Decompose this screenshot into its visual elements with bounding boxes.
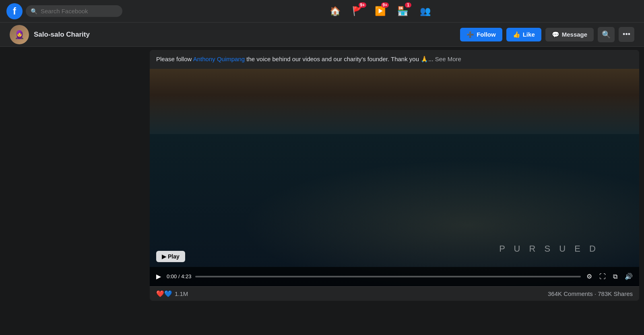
comments-count: 364K Comments xyxy=(548,290,593,297)
navbar: f 🔍 🏠 🚩 9+ ▶️ 9+ 🏪 1 👥 xyxy=(0,0,644,23)
post-link[interactable]: Anthony Quimpang xyxy=(193,56,245,62)
search-icon: 🔍 xyxy=(602,30,611,39)
pip-button[interactable]: ⧉ xyxy=(611,271,619,282)
follow-button[interactable]: ➕ Follow xyxy=(460,28,502,41)
time-display: 0:00 / 4:23 xyxy=(167,273,191,279)
people-icon: 👥 xyxy=(420,6,431,17)
progress-bar[interactable] xyxy=(195,276,581,277)
play-pause-icon: ▶ xyxy=(156,273,161,280)
search-input[interactable] xyxy=(41,8,118,14)
reaction-stats: 364K Comments · 783K Shares xyxy=(548,290,633,297)
thumbs-up-icon: 👍 xyxy=(513,31,520,38)
video-nav-button[interactable]: ▶️ 9+ xyxy=(370,2,390,21)
reaction-number: 1.1M xyxy=(175,290,188,297)
search-bar[interactable]: 🔍 xyxy=(26,5,122,17)
page-name: Salo-salo Charity xyxy=(34,31,90,39)
people-nav-button[interactable]: 👥 xyxy=(415,2,435,21)
message-icon: 💬 xyxy=(552,31,559,38)
avatar-image: 🧕 xyxy=(10,25,29,44)
video-controls: ▶ 0:00 / 4:23 ⚙ ⛶ ⧉ xyxy=(150,267,639,286)
main-content: Please follow Anthony Quimpang the voice… xyxy=(0,47,644,335)
shares-count: 783K Shares xyxy=(598,290,633,297)
page-identity: 🧕 Salo-salo Charity xyxy=(10,25,90,44)
see-more-button[interactable]: See More xyxy=(435,56,461,62)
facebook-logo: f xyxy=(6,3,23,19)
play-overlay-button[interactable]: ▶ Play xyxy=(156,251,185,262)
fullscreen-icon: ⛶ xyxy=(599,273,606,280)
video-badge: 9+ xyxy=(381,2,389,8)
flag-badge: 9+ xyxy=(359,2,366,8)
follow-label: Follow xyxy=(477,31,496,38)
video-watermark: P U R S U E D xyxy=(499,244,599,254)
reaction-count: ❤️💙 1.1M xyxy=(156,290,188,298)
reaction-emojis: ❤️💙 xyxy=(156,290,172,298)
search-icon: 🔍 xyxy=(31,8,37,14)
avatar: 🧕 xyxy=(10,25,29,44)
play-pause-button[interactable]: ▶ xyxy=(155,271,163,282)
pip-icon: ⧉ xyxy=(613,273,617,280)
more-options-button[interactable]: ••• xyxy=(619,27,634,42)
content-area: Please follow Anthony Quimpang the voice… xyxy=(145,47,644,335)
page-actions: ➕ Follow 👍 Like 💬 Message 🔍 ••• xyxy=(460,27,634,42)
post-container: Please follow Anthony Quimpang the voice… xyxy=(150,50,639,301)
search-page-button[interactable]: 🔍 xyxy=(598,27,615,42)
play-triangle-icon: ▶ xyxy=(162,253,166,260)
volume-button[interactable]: 🔊 xyxy=(623,271,634,282)
page-header: 🧕 Salo-salo Charity ➕ Follow 👍 Like 💬 Me… xyxy=(0,23,644,47)
flag-nav-button[interactable]: 🚩 9+ xyxy=(348,2,367,21)
post-text-prefix: Please follow xyxy=(156,56,193,62)
home-nav-button[interactable]: 🏠 xyxy=(325,2,345,21)
store-badge: 1 xyxy=(405,2,411,8)
nav-center: 🏠 🚩 9+ ▶️ 9+ 🏪 1 👥 xyxy=(122,2,638,21)
video-frame[interactable]: P U R S U E D xyxy=(150,69,639,286)
home-icon: 🏠 xyxy=(330,6,341,17)
ellipsis-icon: ••• xyxy=(623,30,630,39)
like-label: Like xyxy=(523,31,535,38)
post-text-suffix: the voice behind our videos and our char… xyxy=(245,56,433,62)
message-label: Message xyxy=(562,31,587,38)
settings-button[interactable]: ⚙ xyxy=(585,271,594,282)
nav-left: f 🔍 xyxy=(6,3,122,19)
like-button[interactable]: 👍 Like xyxy=(506,28,541,41)
gear-icon: ⚙ xyxy=(586,273,592,280)
marketplace-nav-button[interactable]: 🏪 1 xyxy=(393,2,412,21)
reactions-bar: ❤️💙 1.1M 364K Comments · 783K Shares xyxy=(150,286,639,301)
video-container: P U R S U E D ▶ Play ▶ 0:00 / 4:23 xyxy=(150,69,639,286)
play-label: Play xyxy=(168,253,180,260)
stats-separator: · xyxy=(594,290,598,297)
post-text: Please follow Anthony Quimpang the voice… xyxy=(150,50,639,69)
volume-icon: 🔊 xyxy=(625,273,633,280)
message-button[interactable]: 💬 Message xyxy=(545,28,594,41)
follow-icon: ➕ xyxy=(466,31,474,38)
fullscreen-button[interactable]: ⛶ xyxy=(598,271,607,282)
left-sidebar xyxy=(0,47,145,335)
